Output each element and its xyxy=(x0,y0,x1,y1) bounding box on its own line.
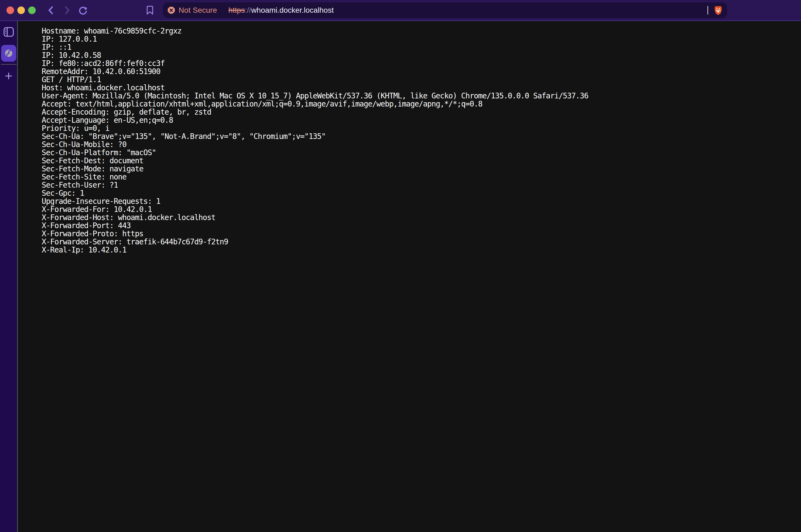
forward-button[interactable] xyxy=(62,5,72,15)
back-button[interactable] xyxy=(46,5,56,15)
reload-icon xyxy=(78,5,88,15)
urlbar-right-controls xyxy=(707,5,722,15)
page-content: Hostname: whoami-76c9859cfc-2rgxz IP: 12… xyxy=(19,21,801,532)
zoom-button[interactable] xyxy=(28,6,36,14)
back-icon xyxy=(46,5,56,15)
address-bar[interactable]: Not Secure https :// whoami.docker.local… xyxy=(163,2,727,18)
url-host: whoami.docker.localhost xyxy=(251,6,334,15)
sidebar-active-tab[interactable] xyxy=(1,45,16,62)
bookmark-button[interactable] xyxy=(145,5,155,15)
forward-icon xyxy=(62,5,72,15)
url-scheme-separator: :// xyxy=(245,6,251,15)
urlbar-divider xyxy=(707,6,708,15)
window-controls xyxy=(0,6,36,14)
close-button[interactable] xyxy=(6,6,14,14)
whoami-output: Hostname: whoami-76c9859cfc-2rgxz IP: 12… xyxy=(42,27,801,254)
brave-shield-icon[interactable] xyxy=(714,5,722,15)
new-tab-button[interactable] xyxy=(4,71,14,81)
reload-button[interactable] xyxy=(78,5,88,15)
browser-toolbar: Not Secure https :// whoami.docker.local… xyxy=(0,0,801,21)
sidebar xyxy=(0,21,18,532)
bookmark-icon xyxy=(146,6,153,15)
sidebar-panel-toggle-icon xyxy=(3,27,14,37)
plus-icon xyxy=(5,73,12,79)
not-secure-octagon-icon xyxy=(168,7,175,14)
url-scheme: https xyxy=(229,6,245,15)
sidebar-panel-toggle-button[interactable] xyxy=(3,26,15,37)
minimize-button[interactable] xyxy=(17,6,25,14)
not-secure-label: Not Secure xyxy=(179,6,217,15)
globe-icon xyxy=(3,48,14,58)
sidebar-divider xyxy=(1,64,17,64)
